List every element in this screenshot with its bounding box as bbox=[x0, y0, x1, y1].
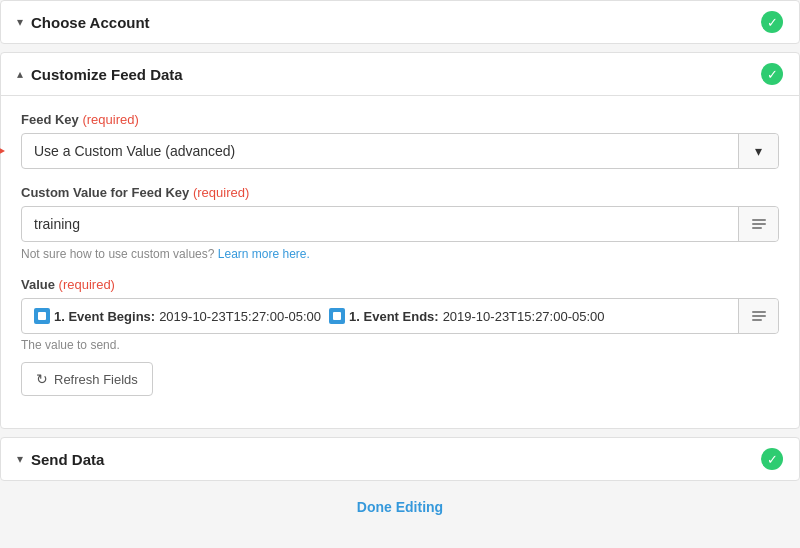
value-group: Value (required) 1. Event Begins: 2019-1… bbox=[21, 277, 779, 396]
custom-value-label: Custom Value for Feed Key (required) bbox=[21, 185, 779, 200]
feed-key-dropdown-btn[interactable]: ▾ bbox=[738, 134, 778, 168]
customize-feed-header[interactable]: ▴ Customize Feed Data ✓ bbox=[1, 53, 799, 96]
chip-1-icon bbox=[34, 308, 50, 324]
choose-account-header[interactable]: ▾ Choose Account ✓ bbox=[1, 1, 799, 43]
chip-1-value: 2019-10-23T15:27:00-05:00 bbox=[159, 309, 321, 324]
choose-account-header-left: ▾ Choose Account bbox=[17, 14, 150, 31]
feed-key-select[interactable]: Use a Custom Value (advanced) ▾ bbox=[21, 133, 779, 169]
chip-2-label: 1. Event Ends: bbox=[349, 309, 439, 324]
value-options-btn[interactable] bbox=[738, 299, 778, 333]
red-arrow-indicator bbox=[0, 139, 5, 163]
custom-value-required: (required) bbox=[193, 185, 249, 200]
chip-2-icon bbox=[329, 308, 345, 324]
value-required: (required) bbox=[59, 277, 115, 292]
feed-key-group: Feed Key (required) Use a Custom Value (… bbox=[21, 112, 779, 169]
check-icon-2: ✓ bbox=[767, 67, 778, 82]
lines-icon bbox=[750, 217, 768, 231]
feed-key-label: Feed Key (required) bbox=[21, 112, 779, 127]
customize-feed-header-left: ▴ Customize Feed Data bbox=[17, 66, 183, 83]
learn-more-link[interactable]: Learn more here. bbox=[218, 247, 310, 261]
chip-1: 1. Event Begins: 2019-10-23T15:27:00-05:… bbox=[34, 308, 321, 324]
dropdown-chevron-icon: ▾ bbox=[755, 143, 762, 159]
send-data-check: ✓ bbox=[761, 448, 783, 470]
red-arrow-shape bbox=[0, 139, 5, 163]
send-data-title: Send Data bbox=[31, 451, 104, 468]
lines-icon-2 bbox=[750, 309, 768, 323]
done-editing-link[interactable]: Done Editing bbox=[357, 499, 443, 515]
footer: Done Editing bbox=[0, 489, 800, 525]
customize-feed-section: ▴ Customize Feed Data ✓ Feed Key (requir… bbox=[0, 52, 800, 429]
customize-feed-check: ✓ bbox=[761, 63, 783, 85]
chip-2: 1. Event Ends: 2019-10-23T15:27:00-05:00 bbox=[329, 308, 604, 324]
value-label: Value (required) bbox=[21, 277, 779, 292]
feed-key-required: (required) bbox=[82, 112, 138, 127]
value-chips: 1. Event Begins: 2019-10-23T15:27:00-05:… bbox=[22, 299, 738, 333]
check-icon-3: ✓ bbox=[767, 452, 778, 467]
custom-value-value: training bbox=[22, 207, 738, 241]
custom-value-options-btn[interactable] bbox=[738, 207, 778, 241]
send-data-section: ▾ Send Data ✓ bbox=[0, 437, 800, 481]
check-icon: ✓ bbox=[767, 15, 778, 30]
send-data-header[interactable]: ▾ Send Data ✓ bbox=[1, 438, 799, 480]
value-input[interactable]: 1. Event Begins: 2019-10-23T15:27:00-05:… bbox=[21, 298, 779, 334]
choose-account-title: Choose Account bbox=[31, 14, 150, 31]
send-data-header-left: ▾ Send Data bbox=[17, 451, 104, 468]
choose-account-section: ▾ Choose Account ✓ bbox=[0, 0, 800, 44]
refresh-label: Refresh Fields bbox=[54, 372, 138, 387]
refresh-icon: ↻ bbox=[36, 371, 48, 387]
choose-account-chevron: ▾ bbox=[17, 15, 23, 29]
choose-account-check: ✓ bbox=[761, 11, 783, 33]
custom-value-helper: Not sure how to use custom values? Learn… bbox=[21, 247, 779, 261]
customize-feed-chevron: ▴ bbox=[17, 67, 23, 81]
feed-key-select-wrapper-outer: Use a Custom Value (advanced) ▾ bbox=[21, 133, 779, 169]
customize-feed-body: Feed Key (required) Use a Custom Value (… bbox=[1, 96, 799, 428]
custom-value-input[interactable]: training bbox=[21, 206, 779, 242]
main-container: ▾ Choose Account ✓ ▴ Customize Feed Data… bbox=[0, 0, 800, 525]
refresh-fields-button[interactable]: ↻ Refresh Fields bbox=[21, 362, 153, 396]
value-hint: The value to send. bbox=[21, 338, 779, 352]
send-data-chevron: ▾ bbox=[17, 452, 23, 466]
chip-2-value: 2019-10-23T15:27:00-05:00 bbox=[443, 309, 605, 324]
customize-feed-title: Customize Feed Data bbox=[31, 66, 183, 83]
chip-1-label: 1. Event Begins: bbox=[54, 309, 155, 324]
custom-value-group: Custom Value for Feed Key (required) tra… bbox=[21, 185, 779, 261]
feed-key-value: Use a Custom Value (advanced) bbox=[22, 134, 738, 168]
